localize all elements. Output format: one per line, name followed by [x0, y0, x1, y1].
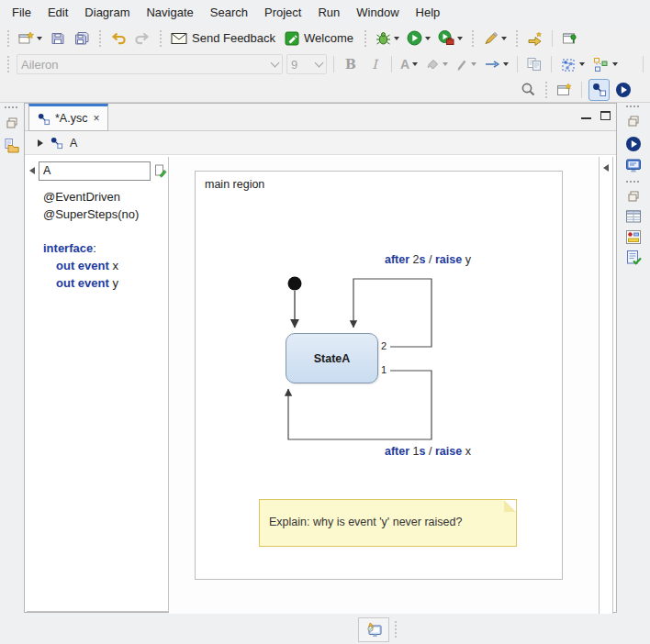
external-tools-dropdown[interactable] — [501, 37, 507, 40]
search-button[interactable] — [518, 79, 538, 101]
save-button[interactable] — [48, 28, 68, 50]
fill-color-dropdown[interactable] — [443, 62, 448, 66]
copy-appearance-button[interactable] — [524, 53, 544, 75]
run-button[interactable] — [405, 28, 432, 50]
transition-priority: 2 — [381, 340, 387, 351]
run-config-button[interactable] — [436, 28, 465, 50]
run-config-dropdown[interactable] — [457, 37, 463, 40]
minimize-icon[interactable] — [581, 111, 591, 119]
save-all-button[interactable] — [72, 28, 92, 50]
menu-navigate[interactable]: Navigate — [138, 2, 201, 23]
time-value: 2 — [413, 253, 420, 266]
pin-editor-button[interactable] — [559, 28, 579, 50]
main-toolbar: Send Feedback Welcome — [0, 25, 650, 51]
definition-text: @EventDriven @SuperSteps(no) interface: … — [43, 188, 139, 292]
simulation-perspective-button[interactable] — [613, 79, 633, 101]
statechart-name-input[interactable] — [39, 161, 151, 181]
toolbar-handle — [7, 30, 9, 47]
edit-definition-icon[interactable] — [154, 163, 167, 178]
debug-button[interactable] — [374, 28, 401, 50]
tab-close-button[interactable]: × — [92, 112, 100, 125]
menu-run[interactable]: Run — [309, 2, 348, 23]
bold-button[interactable]: B — [341, 53, 361, 75]
italic-button[interactable]: I — [364, 53, 385, 75]
new-wizard-dropdown[interactable] — [37, 37, 42, 40]
main-region[interactable]: main region StateA 2 1 after 2s / raise … — [195, 171, 563, 580]
tab-a-ysc[interactable]: *A.ysc × — [28, 104, 108, 131]
open-perspective-button[interactable] — [555, 79, 575, 101]
new-wizard-button[interactable] — [17, 28, 44, 50]
toolbar-separator — [643, 56, 644, 72]
breadcrumb-item[interactable]: A — [70, 137, 77, 150]
declaration-line: out event y — [43, 274, 139, 292]
undo-button[interactable] — [108, 28, 129, 50]
run-config-icon — [438, 30, 454, 46]
outline-view-button[interactable] — [625, 229, 642, 248]
note[interactable]: Explain: why is event 'y' never raised? — [259, 499, 517, 547]
left-view-rail — [0, 103, 24, 613]
redo-button[interactable] — [132, 28, 152, 50]
rail-drag-handle[interactable] — [626, 105, 639, 107]
font-size-combo[interactable]: 9 — [286, 54, 327, 74]
welcome-button[interactable]: Welcome — [283, 28, 357, 50]
state-statea[interactable]: StateA — [286, 333, 378, 383]
external-tools-button[interactable] — [481, 28, 509, 50]
font-family-combo[interactable]: Aileron — [17, 54, 283, 74]
transition-label-2[interactable]: after 2s / raise y — [385, 253, 471, 266]
initial-state[interactable] — [288, 277, 302, 291]
menu-file[interactable]: File — [4, 2, 39, 23]
line-style-button[interactable] — [482, 53, 510, 75]
toolbar-separator — [552, 30, 553, 47]
note-text: Explain: why is event 'y' never raised? — [269, 516, 462, 528]
collapse-left-icon[interactable] — [29, 167, 35, 174]
line-style-dropdown[interactable] — [503, 62, 509, 66]
perspective-toolbar — [0, 77, 650, 103]
paint-bucket-icon — [425, 58, 440, 72]
transition-label-1[interactable]: after 1s / raise x — [385, 445, 471, 458]
restore-views-button[interactable] — [626, 189, 641, 206]
arrange-all-button[interactable] — [590, 53, 620, 75]
menu-search[interactable]: Search — [202, 2, 256, 23]
rail-drag-handle[interactable] — [626, 181, 639, 183]
definition-view[interactable]: @EventDriven @SuperSteps(no) interface: … — [27, 157, 169, 612]
simulation-view-button[interactable] — [625, 136, 642, 155]
fill-color-button[interactable] — [423, 53, 450, 75]
console-view-button[interactable] — [625, 158, 642, 176]
project-explorer-button[interactable] — [4, 138, 20, 156]
chevron-down-icon — [315, 58, 324, 67]
debug-dropdown[interactable] — [394, 37, 399, 40]
menu-diagram[interactable]: Diagram — [76, 2, 138, 23]
rail-drag-handle[interactable] — [5, 106, 17, 108]
status-monitor-button[interactable] — [358, 617, 389, 642]
last-edit-location-button[interactable] — [525, 28, 545, 50]
send-feedback-button[interactable]: Send Feedback — [169, 28, 279, 50]
properties-view-button[interactable] — [625, 209, 642, 227]
menu-edit[interactable]: Edit — [39, 2, 76, 23]
font-color-button[interactable]: A — [398, 53, 420, 75]
redo-icon — [134, 31, 151, 46]
line-color-button[interactable] — [454, 53, 478, 75]
modeling-perspective-button[interactable] — [588, 79, 610, 101]
italic-label: I — [372, 57, 377, 72]
toolbar-separator — [333, 56, 334, 72]
restore-views-button[interactable] — [626, 114, 641, 131]
menu-window[interactable]: Window — [348, 2, 407, 23]
line-color-dropdown[interactable] — [471, 62, 476, 66]
font-color-dropdown[interactable] — [412, 62, 418, 66]
slash: / — [429, 253, 431, 266]
menu-help[interactable]: Help — [408, 2, 449, 23]
toolbar-separator — [517, 56, 518, 72]
breadcrumb-expand-icon[interactable] — [38, 139, 43, 147]
select-all-dropdown[interactable] — [579, 62, 585, 66]
menu-project[interactable]: Project — [256, 2, 309, 23]
format-toolbar: Aileron 9 B I A — [0, 51, 650, 77]
restore-views-button[interactable] — [5, 116, 19, 133]
select-all-shapes-button[interactable] — [558, 53, 587, 75]
arrange-all-dropdown[interactable] — [612, 62, 618, 66]
palette-expand-icon[interactable] — [603, 164, 609, 172]
palette-collapsed[interactable] — [599, 157, 613, 614]
tasks-view-button[interactable] — [625, 250, 642, 268]
out-event-keyword: out event — [56, 276, 109, 290]
run-dropdown[interactable] — [425, 37, 431, 40]
maximize-icon[interactable] — [600, 111, 611, 120]
